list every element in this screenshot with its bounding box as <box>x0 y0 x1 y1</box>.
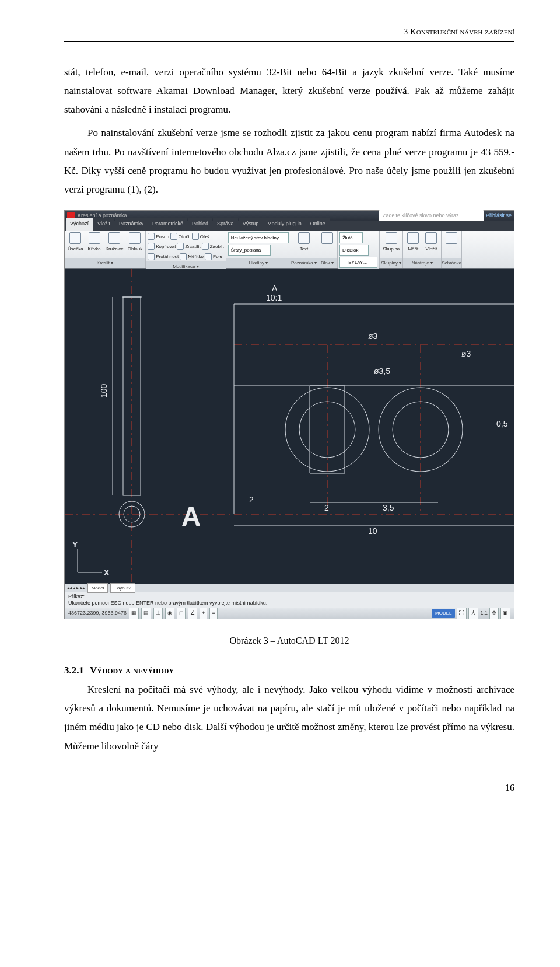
copy-button[interactable]: Kopírovat <box>156 242 176 251</box>
tab-poznamky[interactable]: Poznámky <box>115 218 148 230</box>
ribbon-group-blok: Blok ▾ <box>317 231 338 268</box>
polyline-icon <box>89 232 100 244</box>
tab-sprava[interactable]: Správa <box>213 218 238 230</box>
space-indicator[interactable]: MODEL <box>432 609 455 617</box>
dim-10: 10 <box>368 526 377 536</box>
arc-button[interactable]: Oblouk <box>127 232 144 254</box>
scale-label: 1:1 <box>480 608 488 618</box>
label-ratio: 10:1 <box>266 293 282 302</box>
tab-online[interactable]: Online <box>306 218 330 230</box>
paragraph-2: Po nainstalování zkušební verze jsme se … <box>64 124 514 199</box>
ribbon-tabs: Výchozí Vložit Poznámky Parametrické Poh… <box>65 221 514 231</box>
text-button[interactable]: Text <box>293 232 315 254</box>
figure-caption: Obrázek 3 – AutoCAD LT 2012 <box>64 632 514 650</box>
paragraph-1: stát, telefon, e-mail, verzi operačního … <box>64 63 514 120</box>
model-tab[interactable]: Model <box>88 583 108 593</box>
dim-05: 0,5 <box>496 419 508 428</box>
trim-button[interactable]: Ořež <box>200 232 210 241</box>
axis-x: X <box>104 569 109 576</box>
rotate-button[interactable]: Otočit <box>178 232 191 241</box>
text-icon <box>298 232 310 244</box>
group-title-schranka: Schránka <box>442 258 461 268</box>
group-button[interactable]: Skupina <box>382 232 401 254</box>
annoscale[interactable]: ⛶ <box>457 608 467 619</box>
command-line[interactable]: Příkaz: Ukončete pomocí ESC nebo ENTER n… <box>65 592 514 608</box>
otrack-toggle[interactable]: ∠ <box>188 608 197 619</box>
block-icon <box>321 232 333 244</box>
clipboard-button[interactable] <box>443 232 460 245</box>
polar-toggle[interactable]: ◉ <box>165 608 174 619</box>
section-title-text: Výhody a nevýhody <box>90 665 174 676</box>
paste-button[interactable]: Vložit <box>423 232 439 254</box>
osnap-toggle[interactable]: ◻ <box>177 608 186 619</box>
trim-icon <box>192 233 199 240</box>
group-title-nastroje: Nástroje ▾ <box>403 258 441 268</box>
stretch-button[interactable]: Protáhnout <box>156 252 178 261</box>
group-title-poznamka: Poznámka ▾ <box>291 258 317 268</box>
dim-o35: ø3,5 <box>374 366 390 376</box>
login-button[interactable]: Přihlásit se <box>486 211 512 221</box>
fillet-button[interactable]: Zaoblit <box>210 242 224 251</box>
grid-toggle[interactable]: ▤ <box>141 608 151 619</box>
mirror-button[interactable]: Zrcadlit <box>185 242 200 251</box>
tab-pohled[interactable]: Pohled <box>188 218 212 230</box>
move-button[interactable]: Posun <box>156 232 169 241</box>
tab-parametricke[interactable]: Parametrické <box>148 218 187 230</box>
tab-nav-buttons[interactable]: ◂◂ ◂ ▸ ▸▸ <box>67 584 85 592</box>
cmd-hint: Ukončete pomocí ESC nebo ENTER nebo prav… <box>68 600 510 607</box>
linetype-select[interactable]: — BYLAY… <box>340 257 377 268</box>
dyn-toggle[interactable]: + <box>200 608 207 619</box>
ribbon-group-poznamka: Text Poznámka ▾ <box>291 231 317 268</box>
section-number: 3.2.1 <box>64 665 84 676</box>
dim-o3-right: ø3 <box>461 349 471 358</box>
layer-select[interactable]: Šrafy_podlaha <box>228 245 271 256</box>
paste-icon <box>425 232 437 244</box>
section-heading: 3.2.1Výhody a nevýhody <box>64 661 514 680</box>
scale-button[interactable]: Měřítko <box>188 252 204 261</box>
ribbon-group-hladiny: Neuložený stav hladiny Šrafy_podlaha Hla… <box>226 231 291 268</box>
ribbon: Úsečka Křivka Kružnice Oblouk Kreslit ▾ … <box>65 231 514 269</box>
hardware-accel[interactable]: ▣ <box>501 608 510 619</box>
status-bar: 486723.2399, 3956.9476 ▦ ▤ ⊥ ◉ ◻ ∠ + ≡ M… <box>65 608 514 619</box>
label-a-small: A <box>272 284 278 293</box>
snap-toggle[interactable]: ▦ <box>129 608 139 619</box>
cmd-label: Příkaz: <box>68 594 510 601</box>
polyline-button[interactable]: Křivka <box>86 232 103 254</box>
circle-button[interactable]: Kružnice <box>104 232 125 254</box>
layout-tabstrip: ◂◂ ◂ ▸ ▸▸ Model Layout2 <box>65 584 514 592</box>
label-a-big: A <box>181 501 201 532</box>
layout-tab[interactable]: Layout2 <box>110 583 135 593</box>
line-icon <box>69 232 81 244</box>
drawing-canvas[interactable]: A 10:1 100 ø3 ø3,5 ø3 0,5 2 2 3,5 10 A Y… <box>65 269 514 584</box>
measure-button[interactable]: Měřit <box>405 232 421 254</box>
tab-vystup[interactable]: Výstup <box>239 218 263 230</box>
scale-icon <box>180 253 187 260</box>
tab-vlozit[interactable]: Vložit <box>93 218 114 230</box>
help-search-input[interactable]: Zadejte klíčové slovo nebo výraz. <box>379 210 484 221</box>
ortho-toggle[interactable]: ⊥ <box>153 608 163 619</box>
line-button[interactable]: Úsečka <box>66 232 85 254</box>
ribbon-group-kreslit: Úsečka Křivka Kružnice Oblouk Kreslit ▾ <box>65 231 146 268</box>
arc-icon <box>129 232 141 244</box>
rotate-icon <box>170 233 177 240</box>
ribbon-group-schranka: Schránka <box>442 231 462 268</box>
layer-state-select[interactable]: Neuložený stav hladiny <box>228 232 289 243</box>
ruler-icon-status[interactable]: 人 <box>468 608 478 619</box>
tab-vychozi[interactable]: Výchozí <box>66 218 93 230</box>
lwt-toggle[interactable]: ≡ <box>209 608 217 619</box>
fillet-icon <box>202 243 209 250</box>
stretch-icon <box>148 253 155 260</box>
block-button[interactable] <box>319 232 335 245</box>
workspace-switch[interactable]: ⚙ <box>489 608 499 619</box>
group-title-kreslit: Kreslit ▾ <box>65 258 145 268</box>
color-select[interactable]: Žlutá <box>340 232 363 243</box>
ribbon-group-vlastnosti: Žlutá DleBlok — BYLAY… Vlastnosti ▾ <box>338 231 380 268</box>
tab-moduly[interactable]: Moduly plug-in <box>263 218 306 230</box>
ruler-icon <box>407 232 419 244</box>
array-button[interactable]: Pole <box>213 252 222 261</box>
lineweight-select[interactable]: DleBlok <box>340 245 369 256</box>
group-title-blok: Blok ▾ <box>317 258 337 268</box>
ribbon-group-nastroje: Měřit Vložit Nástroje ▾ <box>403 231 442 268</box>
mirror-icon <box>177 243 184 250</box>
axis-y: Y <box>73 541 78 548</box>
